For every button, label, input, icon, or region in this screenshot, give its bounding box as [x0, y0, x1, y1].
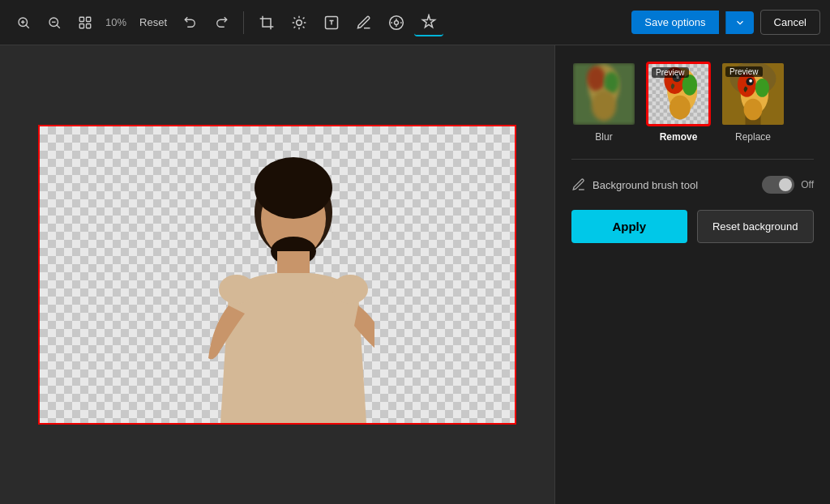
brush-icon [571, 177, 586, 192]
bg-option-replace-thumb: Preview [721, 62, 785, 126]
fit-button[interactable] [71, 11, 99, 35]
bg-option-blur[interactable]: Blur [571, 62, 636, 143]
fit-icon [78, 15, 92, 30]
svg-point-52 [755, 79, 769, 97]
svg-rect-9 [79, 23, 83, 28]
save-options-button[interactable]: Save options [631, 11, 718, 34]
canvas-frame [38, 125, 516, 425]
svg-point-23 [395, 20, 399, 24]
effects-button[interactable] [382, 10, 411, 36]
brush-tool-toggle[interactable] [762, 176, 794, 194]
svg-point-11 [297, 19, 302, 25]
draw-icon [356, 15, 372, 31]
blur-thumbnail [573, 63, 635, 125]
text-button[interactable] [317, 10, 346, 36]
redo-icon [214, 15, 229, 30]
zoom-out-icon [47, 15, 62, 30]
toggle-row: Off [762, 176, 814, 194]
effects-icon [388, 15, 404, 31]
remove-preview-badge: Preview [652, 67, 689, 78]
bg-option-replace-label: Replace [735, 131, 771, 143]
save-options-dropdown-button[interactable] [725, 11, 754, 34]
main-area: Blur Preview [0, 45, 830, 504]
draw-button[interactable] [349, 10, 379, 36]
svg-line-19 [303, 17, 305, 19]
svg-line-5 [57, 24, 60, 28]
svg-rect-10 [87, 23, 91, 28]
undo-icon [183, 15, 198, 30]
bg-option-blur-thumb [571, 62, 636, 126]
replace-preview-badge: Preview [725, 66, 763, 77]
ai-icon [421, 14, 437, 30]
crop-icon [259, 15, 275, 31]
toolbar-left: 10% Reset [10, 9, 628, 36]
svg-rect-7 [79, 17, 83, 21]
reset-background-button[interactable]: Reset background [697, 210, 815, 243]
chevron-down-icon [734, 17, 746, 28]
zoom-in-button[interactable] [10, 11, 37, 35]
redo-button[interactable] [208, 11, 235, 35]
svg-line-18 [294, 26, 296, 28]
toggle-state-label: Off [801, 179, 814, 190]
svg-line-14 [294, 17, 296, 19]
undo-button[interactable] [177, 11, 204, 35]
ai-tools-button[interactable] [414, 9, 443, 36]
crop-button[interactable] [252, 10, 281, 36]
svg-point-30 [219, 275, 255, 304]
panel-divider [571, 159, 814, 160]
svg-line-15 [303, 26, 305, 28]
toolbar-divider-1 [243, 11, 244, 34]
brightness-button[interactable] [285, 10, 314, 36]
reset-zoom-button[interactable]: Reset [133, 13, 173, 32]
bg-option-remove-label: Remove [660, 131, 698, 143]
svg-rect-8 [87, 17, 91, 21]
action-buttons: Apply Reset background [571, 210, 814, 243]
svg-point-29 [332, 275, 368, 304]
svg-point-55 [749, 79, 752, 83]
main-toolbar: 10% Reset [0, 0, 830, 45]
toolbar-right: Save options Cancel [631, 10, 820, 35]
bg-option-replace[interactable]: Preview [721, 62, 785, 143]
bg-option-remove-thumb: Preview [646, 62, 711, 126]
svg-point-53 [744, 99, 763, 121]
svg-line-1 [26, 24, 29, 28]
zoom-in-icon [16, 15, 31, 30]
canvas-area[interactable] [0, 45, 554, 504]
svg-rect-28 [277, 251, 310, 275]
apply-button[interactable]: Apply [571, 210, 687, 243]
cancel-button[interactable]: Cancel [760, 10, 820, 35]
bg-options-row: Blur Preview [571, 62, 814, 143]
bg-option-remove[interactable]: Preview [646, 62, 711, 143]
text-icon [323, 15, 340, 31]
brush-tool-row: Background brush tool Off [571, 176, 814, 194]
brightness-icon [291, 15, 307, 31]
bg-option-blur-label: Blur [595, 131, 612, 143]
zoom-out-button[interactable] [41, 11, 68, 35]
svg-point-44 [670, 96, 691, 120]
person-image [180, 147, 374, 423]
brush-tool-label: Background brush tool [593, 179, 755, 191]
zoom-percent: 10% [102, 16, 130, 28]
svg-point-26 [255, 157, 332, 219]
right-panel: Blur Preview [554, 45, 830, 504]
svg-rect-36 [573, 63, 635, 125]
